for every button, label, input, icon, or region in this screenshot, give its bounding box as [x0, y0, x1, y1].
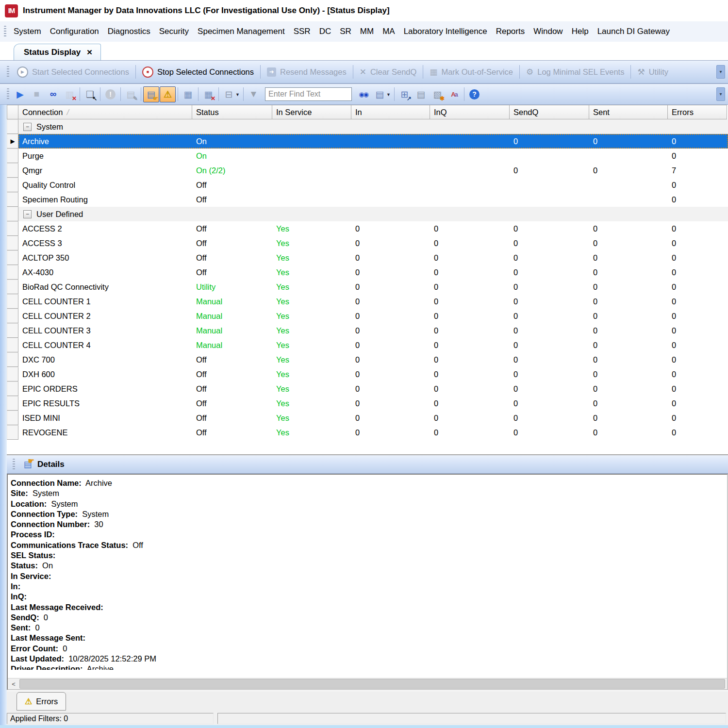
- row-ised-mini[interactable]: ISED MINIOffYes00000: [7, 411, 728, 425]
- tab-status-display[interactable]: Status Display ✕: [14, 44, 101, 60]
- row-selector-cell[interactable]: [7, 236, 18, 250]
- monitor-icon[interactable]: ∞: [45, 86, 61, 102]
- row-selector-cell[interactable]: [7, 192, 18, 207]
- row-cell-counter-4[interactable]: CELL COUNTER 4ManualYes00000: [7, 338, 728, 352]
- select-connection-icon[interactable]: ❏↖: [82, 86, 98, 102]
- toolbar1-grip-handle[interactable]: [7, 66, 9, 78]
- find-text-input[interactable]: [265, 87, 352, 101]
- toolbar2-grip-handle[interactable]: [7, 88, 9, 100]
- row-cell-counter-2[interactable]: CELL COUNTER 2ManualYes00000: [7, 309, 728, 323]
- stop-selected-connections-button[interactable]: ■Stop Selected Connections: [137, 64, 259, 80]
- column-header-in-service[interactable]: In Service: [272, 105, 351, 119]
- row-access-2[interactable]: ACCESS 2OffYes00000: [7, 221, 728, 236]
- menu-reports[interactable]: Reports: [492, 27, 529, 36]
- grid-view-icon[interactable]: ▦: [180, 86, 196, 102]
- row-selector-cell[interactable]: [7, 323, 18, 338]
- group-row-user-defined[interactable]: −User Defined: [7, 207, 728, 221]
- start-connection-icon[interactable]: ▶: [12, 86, 28, 102]
- export-image-icon[interactable]: ▧✱: [430, 86, 446, 102]
- row-selector-cell[interactable]: [7, 207, 18, 221]
- row-selector-cell[interactable]: [7, 396, 18, 411]
- group-row-system[interactable]: −System: [7, 119, 728, 134]
- row-selector-cell[interactable]: [7, 265, 18, 280]
- column-header-in[interactable]: In: [351, 105, 430, 119]
- resend-messages-button[interactable]: ➜Resend Messages: [262, 64, 351, 80]
- collapse-group-icon[interactable]: −: [23, 210, 32, 218]
- menu-mm[interactable]: MM: [356, 27, 378, 36]
- menu-diagnostics[interactable]: Diagnostics: [103, 27, 155, 36]
- errors-toggle-icon[interactable]: ⚠: [160, 86, 176, 102]
- edit-properties-icon[interactable]: ▤✎: [123, 86, 139, 102]
- details-grip-handle[interactable]: [13, 459, 15, 470]
- transfer-icon[interactable]: ⊞↗: [397, 86, 413, 102]
- row-selector-cell[interactable]: [7, 338, 18, 352]
- notes-icon[interactable]: ▤: [413, 86, 429, 102]
- info-icon[interactable]: !: [102, 86, 118, 102]
- row-selector-cell[interactable]: [7, 309, 18, 323]
- font-icon[interactable]: Aa: [446, 86, 462, 102]
- row-selector-cell[interactable]: [7, 294, 18, 309]
- filter-icon[interactable]: ▼: [246, 86, 262, 102]
- details-toggle-icon[interactable]: ▤☛: [143, 86, 159, 102]
- log-minimal-sel-events-button[interactable]: ⚙Log Minimal SEL Events: [521, 64, 629, 80]
- row-biorad-qc-connectivity[interactable]: BioRad QC ConnectivityUtilityYes00000: [7, 280, 728, 294]
- row-selector-cell[interactable]: [7, 411, 18, 425]
- row-quality-control[interactable]: Quality ControlOff0: [7, 178, 728, 192]
- menu-configuration[interactable]: Configuration: [46, 27, 103, 36]
- row-selector-cell[interactable]: [7, 352, 18, 367]
- row-epic-results[interactable]: EPIC RESULTSOffYes00000: [7, 396, 728, 411]
- utility-button[interactable]: ⚒Utility: [632, 64, 673, 80]
- row-access-3[interactable]: ACCESS 3OffYes00000: [7, 236, 728, 250]
- row-cell-counter-3[interactable]: CELL COUNTER 3ManualYes00000: [7, 323, 728, 338]
- close-tab-icon[interactable]: ✕: [86, 48, 93, 57]
- row-selector-cell[interactable]: [7, 178, 18, 192]
- help-icon[interactable]: ?: [466, 86, 482, 102]
- toolbar2-overflow-icon[interactable]: ▾: [716, 87, 725, 101]
- row-selector-cell[interactable]: [7, 221, 18, 236]
- column-header-status[interactable]: Status: [192, 105, 272, 119]
- menu-ssr[interactable]: SSR: [289, 27, 315, 36]
- row-dxc-700[interactable]: DXC 700OffYes00000: [7, 352, 728, 367]
- row-selector-cell[interactable]: [7, 381, 18, 396]
- row-acltop-350[interactable]: ACLTOP 350OffYes00000: [7, 250, 728, 265]
- row-specimen-routing[interactable]: Specimen RoutingOff0: [7, 192, 728, 207]
- document-options-icon[interactable]: ▤▼: [372, 86, 388, 102]
- row-epic-orders[interactable]: EPIC ORDERSOffYes00000: [7, 381, 728, 396]
- row-archive[interactable]: ▶ArchiveOn000: [7, 134, 728, 149]
- clear-sendq-button[interactable]: ✕Clear SendQ: [355, 64, 422, 80]
- toolbar1-overflow-icon[interactable]: ▾: [716, 65, 725, 79]
- column-header-connection[interactable]: Connection/: [18, 105, 192, 119]
- menu-launch-di-gateway[interactable]: Launch DI Gateway: [593, 27, 674, 36]
- menu-laboratory-intelligence[interactable]: Laboratory Intelligence: [399, 27, 492, 36]
- details-horizontal-scrollbar[interactable]: <: [8, 678, 727, 689]
- menu-specimen-management[interactable]: Specimen Management: [193, 27, 289, 36]
- purge-database-icon[interactable]: ▥✕: [62, 86, 78, 102]
- collapse-group-icon[interactable]: −: [23, 123, 32, 131]
- row-selector-cell[interactable]: [7, 149, 18, 163]
- menu-window[interactable]: Window: [529, 27, 567, 36]
- row-dxh-600[interactable]: DXH 600OffYes00000: [7, 367, 728, 381]
- print-icon[interactable]: ⊟▼: [221, 86, 237, 102]
- menu-grip-handle[interactable]: [4, 26, 6, 37]
- mark-out-of-service-button[interactable]: ▦Mark Out-of-Service: [425, 64, 518, 80]
- scrollbar-thumb[interactable]: [19, 679, 725, 689]
- tab-errors[interactable]: ⚠ Errors: [17, 692, 66, 711]
- menu-system[interactable]: System: [9, 27, 46, 36]
- column-header-inq[interactable]: InQ: [430, 105, 510, 119]
- row-selector-cell[interactable]: [7, 119, 18, 134]
- row-selector-cell[interactable]: [7, 250, 18, 265]
- menu-security[interactable]: Security: [155, 27, 193, 36]
- menu-sr[interactable]: SR: [335, 27, 356, 36]
- row-selector-cell[interactable]: ▶: [7, 134, 18, 149]
- row-qmgr[interactable]: QmgrOn (2/2)007: [7, 163, 728, 178]
- menu-dc[interactable]: DC: [315, 27, 336, 36]
- row-cell-counter-1[interactable]: CELL COUNTER 1ManualYes00000: [7, 294, 728, 309]
- find-icon[interactable]: ◉◉: [355, 86, 371, 102]
- row-selector-cell[interactable]: [7, 280, 18, 294]
- row-purge[interactable]: PurgeOn0: [7, 149, 728, 163]
- start-selected-connections-button[interactable]: ▶Start Selected Connections: [12, 64, 134, 80]
- row-selector-cell[interactable]: [7, 163, 18, 178]
- row-revogene[interactable]: REVOGENEOffYes00000: [7, 425, 728, 440]
- scroll-left-icon[interactable]: <: [8, 678, 19, 689]
- grid-remove-icon[interactable]: ▦✕: [200, 86, 216, 102]
